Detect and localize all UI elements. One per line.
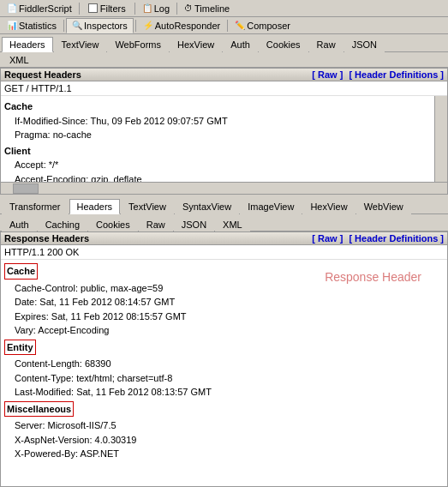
tab-xml-request[interactable]: XML xyxy=(2,52,37,67)
tab-textview-response[interactable]: TextView xyxy=(121,199,174,214)
tab-headers-response[interactable]: Headers xyxy=(69,199,121,214)
response-tab-bar-2: Auth Caching Cookies Raw JSON XML xyxy=(0,214,448,231)
statistics-label: Statistics xyxy=(19,21,57,31)
fiddlerscript-icon: 📄 xyxy=(7,3,17,13)
separator-4 xyxy=(63,20,64,32)
resp-expires: Expires: Sat, 11 Feb 2012 08:15:57 GMT xyxy=(4,310,444,324)
composer-icon: ✏️ xyxy=(235,21,245,30)
response-header-defs-link[interactable]: [ Header Definitions ] xyxy=(349,233,444,244)
tab-auth[interactable]: Auth xyxy=(223,37,258,52)
tab-json[interactable]: JSON xyxy=(344,37,385,52)
statistics-icon: 📊 xyxy=(7,21,17,30)
main-container: 📄 FiddlerScript Filters 📋 Log ⏱ Timeline… xyxy=(0,0,448,487)
response-headers-title-bar: Response Headers [ Raw ] [ Header Defini… xyxy=(0,231,448,245)
request-headers-content-area: GET / HTTP/1.1 Cache If-Modified-Since: … xyxy=(0,81,448,195)
request-header-pragma: Pragma: no-cache xyxy=(4,128,430,142)
composer-button[interactable]: ✏️ Composer xyxy=(230,18,296,33)
log-icon: 📋 xyxy=(142,3,152,13)
timeline-icon: ⏱ xyxy=(184,3,193,13)
request-header-links: [ Raw ] [ Header Definitions ] xyxy=(308,69,444,80)
fiddlerscript-label: FiddlerScript xyxy=(19,3,72,14)
inspectors-label: Inspectors xyxy=(84,21,128,31)
request-client-group: Client xyxy=(4,144,430,159)
request-hscroll-thumb[interactable] xyxy=(13,183,39,194)
tab-webview[interactable]: WebView xyxy=(356,199,411,214)
tab-transformer[interactable]: Transformer xyxy=(2,199,69,214)
statistics-button[interactable]: 📊 Statistics xyxy=(2,18,62,33)
autoresponder-icon: ⚡ xyxy=(143,21,153,30)
separator-3 xyxy=(176,3,177,15)
tab-json-response[interactable]: JSON xyxy=(174,217,214,231)
response-headers-title: Response Headers xyxy=(4,233,89,244)
resp-last-modified: Last-Modified: Sat, 11 Feb 2012 08:13:57… xyxy=(4,385,444,400)
response-status-line: HTTP/1.1 200 OK xyxy=(1,245,447,260)
tab-xml-response[interactable]: XML xyxy=(215,217,250,231)
request-headers-section: Request Headers [ Raw ] [ Header Definit… xyxy=(0,68,448,195)
request-headers-title: Request Headers xyxy=(4,69,81,80)
request-hscroll-bar[interactable] xyxy=(1,182,447,194)
tab-imageview[interactable]: ImageView xyxy=(240,199,302,214)
response-section: Response Headers [ Raw ] [ Header Defini… xyxy=(0,231,448,487)
tab-textview[interactable]: TextView xyxy=(54,37,107,52)
toolbar-top: 📄 FiddlerScript Filters 📋 Log ⏱ Timeline xyxy=(0,0,448,17)
response-tab-bar-1: Transformer Headers TextView SyntaxView … xyxy=(0,196,448,214)
response-header-links: [ Raw ] [ Header Definitions ] xyxy=(308,233,444,244)
timeline-label: Timeline xyxy=(194,3,230,14)
entity-group-label: Entity xyxy=(4,338,444,358)
inspectors-icon: 🔍 xyxy=(72,21,82,30)
request-tab-bar: Headers TextView WebForms HexView Auth C… xyxy=(0,34,448,52)
tab-raw-response[interactable]: Raw xyxy=(139,217,173,231)
tab-hexview[interactable]: HexView xyxy=(170,37,222,52)
misc-group-label: Miscellaneous xyxy=(4,400,444,419)
tab-cookies[interactable]: Cookies xyxy=(259,37,308,52)
request-line: GET / HTTP/1.1 xyxy=(1,81,447,96)
resp-date: Date: Sat, 11 Feb 2012 08:14:57 GMT xyxy=(4,295,444,310)
resp-content-type: Content-Type: text/html; charset=utf-8 xyxy=(4,371,444,386)
tab-auth-response[interactable]: Auth xyxy=(2,217,37,231)
request-header-defs-link[interactable]: [ Header Definitions ] xyxy=(349,69,444,80)
inspectors-button[interactable]: 🔍 Inspectors xyxy=(66,18,134,33)
request-headers-title-bar: Request Headers [ Raw ] [ Header Definit… xyxy=(0,68,448,81)
tab-webforms[interactable]: WebForms xyxy=(107,37,169,52)
request-header-accept: Accept: */* xyxy=(4,158,430,172)
toolbar-second: 📊 Statistics 🔍 Inspectors ⚡ AutoResponde… xyxy=(0,17,448,34)
resp-aspnet-version: X-AspNet-Version: 4.0.30319 xyxy=(4,433,444,448)
cache-category-label: Cache xyxy=(4,263,38,280)
separator-2 xyxy=(134,3,135,15)
autoresponder-label: AutoResponder xyxy=(155,21,220,31)
tab-cookies-response[interactable]: Cookies xyxy=(88,217,138,231)
response-content: Response Header Cache Cache-Control: pub… xyxy=(1,260,447,486)
request-headers-content: Cache If-Modified-Since: Thu, 09 Feb 201… xyxy=(1,96,433,182)
request-scroll-container: Cache If-Modified-Since: Thu, 09 Feb 201… xyxy=(1,96,447,182)
resp-content-length: Content-Length: 68390 xyxy=(4,357,444,371)
log-button[interactable]: 📋 Log xyxy=(137,1,175,16)
request-raw-link[interactable]: [ Raw ] xyxy=(312,69,343,80)
response-headers-content-area: HTTP/1.1 200 OK Response Header Cache Ca… xyxy=(0,245,448,487)
filters-tab[interactable]: Filters xyxy=(81,2,133,15)
autoresponder-button[interactable]: ⚡ AutoResponder xyxy=(138,18,225,33)
composer-label: Composer xyxy=(247,21,290,31)
resp-vary: Vary: Accept-Encoding xyxy=(4,323,444,338)
response-watermark: Response Header xyxy=(325,268,421,286)
tab-caching[interactable]: Caching xyxy=(38,217,87,231)
separator-1 xyxy=(79,3,80,15)
filters-checkbox[interactable] xyxy=(88,3,98,13)
tab-hexview-response[interactable]: HexView xyxy=(302,199,355,214)
resp-powered-by: X-Powered-By: ASP.NET xyxy=(4,447,444,461)
timeline-button[interactable]: ⏱ Timeline xyxy=(179,1,235,16)
request-header-if-modified: If-Modified-Since: Thu, 09 Feb 2012 09:0… xyxy=(4,114,430,129)
entity-category-label: Entity xyxy=(4,340,36,356)
tab-raw[interactable]: Raw xyxy=(309,37,343,52)
log-label: Log xyxy=(154,3,170,14)
filters-label: Filters xyxy=(100,3,126,14)
fiddlerscript-button[interactable]: 📄 FiddlerScript xyxy=(2,1,77,16)
request-cache-group: Cache xyxy=(4,99,430,114)
tab-syntaxview[interactable]: SyntaxView xyxy=(175,199,239,214)
misc-category-label: Miscellaneous xyxy=(4,401,74,418)
resp-server: Server: Microsoft-IIS/7.5 xyxy=(4,418,444,433)
separator-6 xyxy=(227,20,228,32)
request-header-accept-encoding: Accept-Encoding: gzip, deflate xyxy=(4,172,430,183)
separator-5 xyxy=(135,20,136,32)
response-raw-link[interactable]: [ Raw ] xyxy=(312,233,343,244)
tab-headers[interactable]: Headers xyxy=(2,37,53,52)
